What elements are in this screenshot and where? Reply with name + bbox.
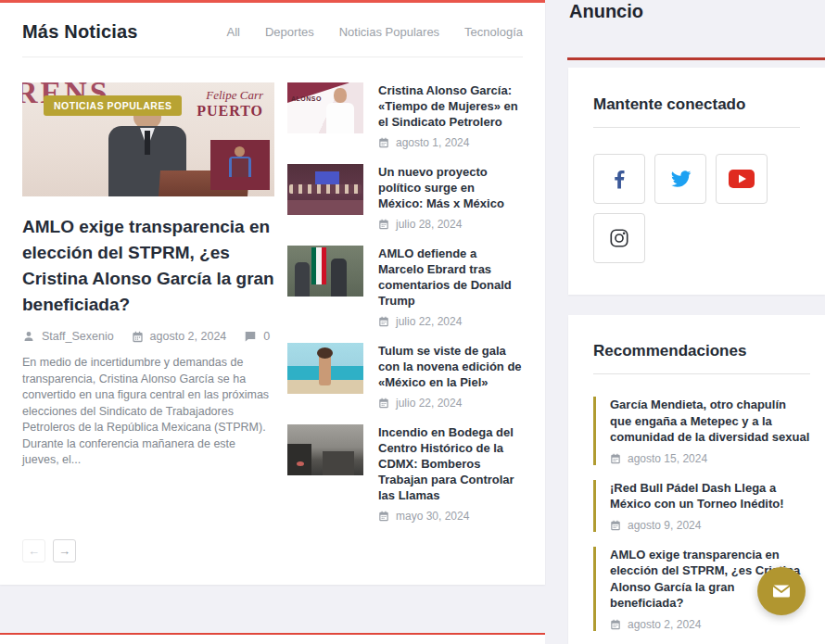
- featured-article-image[interactable]: RENS Felipe Carr PUERTO NOTICIAS POPULAR…: [22, 82, 274, 196]
- author-meta: Staff_Sexenio: [22, 330, 114, 343]
- author-name[interactable]: Staff_Sexenio: [42, 330, 114, 343]
- article-date: agosto 1, 2024: [378, 136, 523, 149]
- category-badge[interactable]: NOTICIAS POPULARES: [44, 95, 182, 116]
- pagination: ← →: [22, 539, 76, 562]
- article-date: agosto 15, 2024: [610, 452, 810, 465]
- calendar-icon: [378, 398, 389, 409]
- article-title[interactable]: García Mendieta, otro chapulín que engañ…: [610, 397, 810, 446]
- article-title[interactable]: Incendio en Bodega del Centro Histórico …: [378, 424, 523, 503]
- article-date: julio 22, 2024: [378, 397, 523, 410]
- article-date: mayo 30, 2024: [378, 510, 523, 523]
- ad-section-title: Anuncio: [569, 1, 643, 22]
- contact-fab-button[interactable]: [757, 567, 806, 615]
- tab-noticias-populares[interactable]: Noticias Populares: [339, 25, 439, 39]
- article-thumbnail: [287, 343, 363, 394]
- date-meta: agosto 2, 2024: [132, 330, 227, 343]
- sidebar-divider: [567, 57, 825, 60]
- article-date: agosto 9, 2024: [610, 519, 810, 532]
- calendar-icon: [378, 316, 389, 327]
- tab-all[interactable]: All: [227, 25, 240, 39]
- tab-deportes[interactable]: Deportes: [265, 25, 314, 39]
- social-links: [593, 154, 779, 263]
- instagram-button[interactable]: [593, 213, 645, 263]
- article-date: julio 22, 2024: [378, 315, 523, 328]
- footer-top-edge: [0, 633, 545, 644]
- featured-article-title[interactable]: AMLO exige transparencia en elección del…: [22, 214, 274, 318]
- article-title[interactable]: ¡Red Bull Pádel Dash Llega a México con …: [610, 480, 810, 512]
- youtube-icon: [728, 169, 755, 189]
- article-thumbnail: [287, 246, 363, 297]
- photo-decoration: [145, 131, 150, 155]
- recommendation-item[interactable]: ¡Red Bull Pádel Dash Llega a México con …: [593, 480, 810, 532]
- pagination-prev-button[interactable]: ←: [22, 539, 45, 562]
- article-thumbnail: [287, 164, 363, 215]
- article-title[interactable]: Tulum se viste de gala con la novena edi…: [378, 343, 523, 390]
- twitter-button[interactable]: [654, 154, 706, 204]
- news-mini-list: ALONSO Cristina Alonso García: «Tiempo d…: [287, 82, 523, 537]
- list-item[interactable]: ALONSO Cristina Alonso García: «Tiempo d…: [287, 82, 523, 149]
- list-item[interactable]: Tulum se viste de gala con la novena edi…: [287, 343, 523, 410]
- featured-article: RENS Felipe Carr PUERTO NOTICIAS POPULAR…: [22, 82, 274, 537]
- calendar-icon: [610, 520, 621, 531]
- facebook-icon: [615, 170, 625, 189]
- calendar-icon: [378, 137, 389, 148]
- envelope-icon: [770, 580, 793, 602]
- widget-title-underline: [593, 373, 810, 374]
- instagram-icon: [609, 228, 629, 248]
- header-divider: [22, 57, 523, 57]
- photo-decoration: [210, 140, 270, 190]
- list-item[interactable]: AMLO defiende a Marcelo Ebrard tras come…: [287, 246, 523, 328]
- twitter-icon: [670, 170, 692, 188]
- list-item[interactable]: Un nuevo proyecto político surge en Méxi…: [287, 164, 523, 231]
- comments-meta: 0: [244, 330, 270, 343]
- stay-connected-widget: Mantente conectado: [568, 68, 825, 295]
- article-title[interactable]: Un nuevo proyecto político surge en Méxi…: [378, 164, 523, 211]
- calendar-icon: [132, 331, 144, 343]
- article-date: julio 28, 2024: [378, 218, 523, 231]
- article-title[interactable]: Cristina Alonso García: «Tiempo de Mujer…: [378, 82, 523, 130]
- calendar-icon: [610, 619, 621, 630]
- list-item[interactable]: Incendio en Bodega del Centro Histórico …: [287, 424, 523, 523]
- recommendation-item[interactable]: García Mendieta, otro chapulín que engañ…: [593, 397, 810, 465]
- widget-title-underline: [593, 127, 800, 128]
- pagination-next-button[interactable]: →: [53, 539, 76, 562]
- person-icon: [22, 330, 35, 343]
- calendar-icon: [610, 453, 621, 464]
- featured-article-excerpt: En medio de incertidumbre y demandas de …: [22, 355, 274, 469]
- facebook-button[interactable]: [593, 154, 645, 204]
- news-section-card: Más Noticias All Deportes Noticias Popul…: [0, 0, 545, 585]
- youtube-button[interactable]: [716, 154, 768, 204]
- photo-decoration: Felipe Carr PUERTO: [197, 86, 263, 120]
- calendar-icon: [378, 511, 389, 522]
- news-section-header: Más Noticias All Deportes Noticias Popul…: [22, 21, 523, 43]
- comment-count[interactable]: 0: [263, 330, 270, 343]
- article-thumbnail: [287, 424, 363, 475]
- article-date: agosto 2, 2024: [610, 618, 810, 631]
- tab-tecnologia[interactable]: Tecnología: [464, 25, 523, 39]
- section-title: Más Noticias: [22, 21, 138, 43]
- thumb-text: ALONSO: [291, 95, 322, 102]
- widget-title: Recommendaciones: [593, 342, 810, 360]
- widget-title: Mantente conectado: [593, 95, 800, 114]
- article-thumbnail: ALONSO: [287, 82, 363, 133]
- publish-date: agosto 2, 2024: [150, 330, 227, 343]
- featured-article-meta: Staff_Sexenio agosto 2, 2024 0: [22, 330, 274, 343]
- calendar-icon: [378, 219, 389, 230]
- comment-icon: [244, 330, 257, 343]
- article-title[interactable]: AMLO defiende a Marcelo Ebrard tras come…: [378, 246, 523, 309]
- news-filter-tabs: All Deportes Noticias Populares Tecnolog…: [227, 25, 523, 39]
